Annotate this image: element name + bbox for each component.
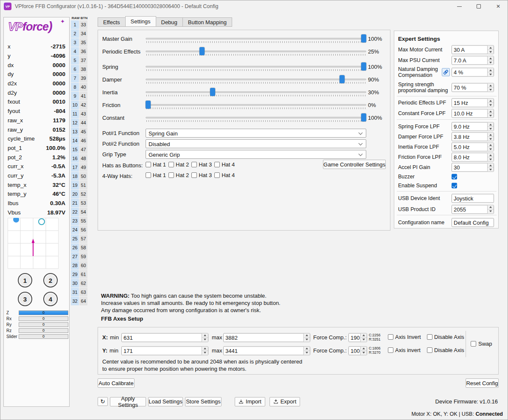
tab-debug[interactable]: Debug [156, 17, 183, 27]
spinner-up-button[interactable] [361, 347, 367, 351]
preset-button-2[interactable]: 2 [43, 273, 58, 288]
spinner-up-button[interactable] [488, 68, 494, 73]
preset-button-3[interactable]: 3 [18, 292, 32, 306]
spinner-up-button[interactable] [488, 143, 494, 147]
checkbox-4-way-hats-hat-3[interactable]: Hat 3 [191, 172, 212, 178]
input-configuration-name[interactable]: Default Config [452, 218, 494, 227]
spinner-spring-force-lpf[interactable]: 9.0 Hz [452, 122, 494, 131]
spinner-up-button[interactable] [361, 333, 367, 338]
spinner-down-button[interactable] [488, 50, 494, 54]
spinner-down-button[interactable] [202, 338, 208, 341]
spinner-up-button[interactable] [488, 56, 494, 61]
spinner-up-button[interactable] [304, 347, 310, 351]
combo-grip-type[interactable]: Generic Grip [146, 150, 366, 159]
spinner-down-button[interactable] [202, 351, 208, 355]
checkbox-hats-as-buttons-hat-1[interactable]: Hat 1 [146, 161, 166, 168]
combo-pot-2-function[interactable]: Disabled [146, 139, 366, 148]
tab-button-mapping[interactable]: Button Mapping [182, 17, 232, 27]
tab-effects[interactable]: Effects [98, 17, 126, 27]
spinner-friction-force-lpf[interactable]: 8.0 Hz [452, 153, 494, 162]
spinner-down-button[interactable] [488, 127, 494, 131]
checkbox-x-axis-invert[interactable]: Axis Invert [388, 334, 421, 340]
checkbox-enable-suspend[interactable] [452, 183, 457, 189]
spinner-y-max[interactable]: 3441 [223, 346, 310, 355]
checkbox-4-way-hats-hat-2[interactable]: Hat 2 [168, 172, 189, 178]
spinner-up-button[interactable] [488, 133, 494, 137]
close-button[interactable]: ✕ [488, 0, 508, 13]
spinner-accel-pi-gain[interactable]: 30 [452, 163, 494, 172]
spinner-damper-force-lpf[interactable]: 3.8 Hz [452, 132, 494, 141]
slider-periodic-effects[interactable] [146, 47, 366, 57]
preset-button-4[interactable]: 4 [43, 292, 58, 306]
spinner-usb-product-id[interactable]: 2055 [452, 205, 494, 214]
spinner-up-button[interactable] [488, 163, 494, 168]
spinner-down-button[interactable] [488, 168, 494, 172]
spinner-y-force-comp[interactable]: 100 [348, 346, 367, 355]
spinner-down-button[interactable] [488, 61, 494, 65]
checkbox-4-way-hats-hat-1[interactable]: Hat 1 [146, 172, 166, 178]
slider-handle[interactable] [199, 47, 205, 55]
spinner-up-button[interactable] [488, 205, 494, 209]
checkbox-hats-as-buttons-hat-2[interactable]: Hat 2 [168, 161, 189, 168]
store-settings-button[interactable]: Store Settings [185, 397, 222, 406]
link-icon[interactable] [442, 68, 450, 76]
spinner-down-button[interactable] [304, 351, 310, 355]
checkbox-buzzer[interactable] [452, 174, 457, 180]
slider-friction[interactable] [146, 100, 366, 110]
slider-handle[interactable] [210, 88, 215, 96]
spinner-down-button[interactable] [488, 147, 494, 151]
game-controller-settings-button[interactable]: Game Controller Settings [323, 160, 386, 169]
spinner-spring-strength-proportional-damping[interactable]: 70 % [452, 83, 494, 92]
slider-handle[interactable] [340, 75, 345, 83]
spinner-x-max[interactable]: 3882 [223, 333, 310, 342]
slider-inertia[interactable] [146, 87, 366, 98]
spinner-up-button[interactable] [202, 333, 208, 338]
spinner-inertia-force-lpf[interactable]: 5.0 Hz [452, 143, 494, 152]
spinner-down-button[interactable] [488, 73, 494, 76]
spinner-up-button[interactable] [488, 123, 494, 127]
slider-handle[interactable] [361, 113, 366, 121]
tab-settings[interactable]: Settings [125, 16, 156, 27]
slider-spring[interactable] [146, 62, 366, 72]
spinner-max-motor-current[interactable]: 30 A [452, 45, 494, 54]
slider-handle[interactable] [361, 34, 366, 42]
checkbox-hats-as-buttons-hat-3[interactable]: Hat 3 [191, 161, 212, 168]
spinner-down-button[interactable] [488, 209, 494, 213]
refresh-button[interactable]: ↻ [98, 397, 108, 406]
spinner-down-button[interactable] [304, 338, 310, 341]
checkbox-swap[interactable]: Swap [471, 341, 492, 347]
spinner-down-button[interactable] [488, 88, 494, 92]
checkbox-4-way-hats-hat-4[interactable]: Hat 4 [214, 172, 235, 178]
spinner-down-button[interactable] [361, 351, 367, 355]
slider-master-gain[interactable] [146, 34, 366, 44]
spinner-up-button[interactable] [304, 333, 310, 338]
preset-button-1[interactable]: 1 [18, 273, 32, 288]
spinner-down-button[interactable] [488, 137, 494, 141]
checkbox-x-disable-axis[interactable]: Disable Axis [427, 334, 464, 340]
spinner-x-force-comp[interactable]: 190 [348, 333, 367, 342]
load-settings-button[interactable]: Load Settings [148, 397, 183, 406]
spinner-natural-damping-compensation[interactable]: 4 % [452, 68, 494, 77]
combo-pot-1-function[interactable]: Spring Gain [146, 129, 366, 138]
input-usb-device-ident[interactable]: Joystick [452, 194, 494, 203]
reset-config-button[interactable]: Reset Config [466, 378, 499, 388]
slider-damper[interactable] [146, 75, 366, 85]
slider-handle[interactable] [361, 62, 366, 70]
slider-handle[interactable] [146, 101, 151, 109]
spinner-y-min[interactable]: 171 [121, 346, 208, 355]
checkbox-hats-as-buttons-hat-4[interactable]: Hat 4 [214, 161, 235, 168]
checkbox-y-axis-invert[interactable]: Axis invert [388, 347, 421, 353]
checkbox-y-disable-axis[interactable]: Disable Axis [427, 347, 464, 353]
auto-calibrate-button[interactable]: Auto Calibrate [98, 378, 135, 388]
spinner-constant-force-lpf[interactable]: 10.0 Hz [452, 109, 494, 118]
slider-constant[interactable] [146, 113, 366, 123]
spinner-up-button[interactable] [488, 99, 494, 103]
spinner-max-psu-current[interactable]: 7.0 A [452, 56, 494, 65]
spinner-up-button[interactable] [488, 84, 494, 88]
spinner-down-button[interactable] [488, 158, 494, 161]
import-button[interactable]: Import [235, 397, 265, 406]
spinner-up-button[interactable] [488, 110, 494, 114]
spinner-down-button[interactable] [488, 103, 494, 107]
spinner-down-button[interactable] [488, 114, 494, 118]
spinner-x-min[interactable]: 631 [121, 333, 208, 342]
